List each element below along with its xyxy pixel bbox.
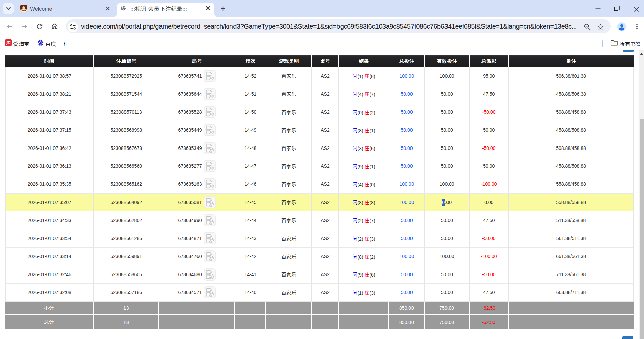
svg-text:淘: 淘 [6, 39, 11, 46]
